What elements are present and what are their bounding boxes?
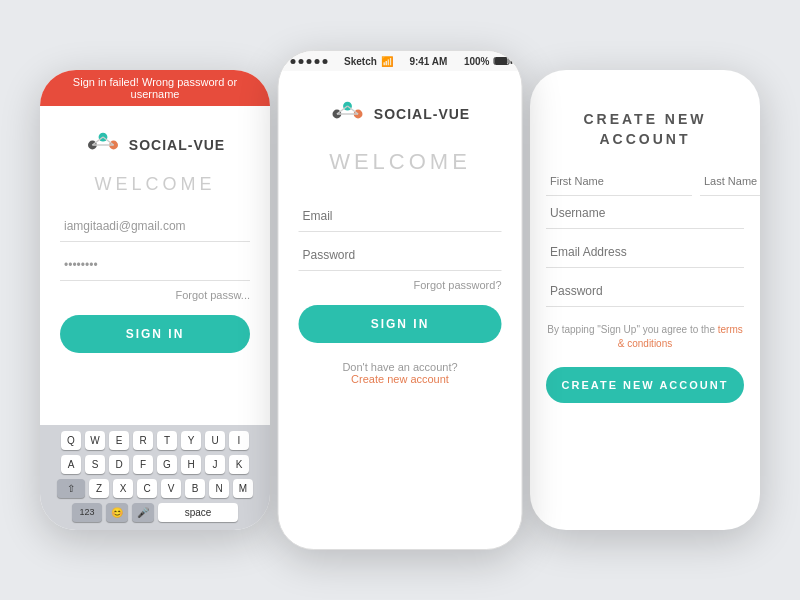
key-t[interactable]: T (157, 431, 177, 450)
key-q[interactable]: Q (61, 431, 81, 450)
status-center: Sketch 📶 (344, 56, 393, 67)
key-space[interactable]: space (158, 503, 238, 522)
forgot-password-left[interactable]: Forgot passw... (175, 289, 250, 301)
error-banner: Sign in failed! Wrong password or userna… (40, 70, 270, 106)
key-d[interactable]: D (109, 455, 129, 474)
sign-in-button-left[interactable]: SIGN IN (60, 315, 250, 353)
username-input[interactable] (546, 198, 744, 229)
key-j[interactable]: J (205, 455, 225, 474)
create-new-account-link[interactable]: Create new account (351, 373, 449, 385)
battery-percent: 100% (464, 56, 490, 67)
phone-center: Sketch 📶 9:41 AM 100% (278, 50, 523, 550)
keyboard: Q W E R T Y U I A S D F G H J K (40, 425, 270, 530)
key-shift[interactable]: ⇧ (57, 479, 85, 498)
dont-have-account-text: Don't have an account? (342, 361, 457, 373)
terms-text: By tapping "Sign Up" you agree to the te… (546, 323, 744, 351)
forgot-password-center[interactable]: Forgot password? (413, 279, 501, 291)
key-x[interactable]: X (113, 479, 133, 498)
wifi-icon: 📶 (381, 56, 393, 67)
sketch-label: Sketch (344, 56, 377, 67)
key-g[interactable]: G (157, 455, 177, 474)
center-logo-text: SOCIAL-VUE (374, 106, 470, 122)
phone-right: CREATE NEW ACCOUNT By tapping "Sign Up" … (530, 70, 760, 530)
key-k[interactable]: K (229, 455, 249, 474)
key-w[interactable]: W (85, 431, 105, 450)
email-input-center[interactable] (299, 201, 502, 232)
key-u[interactable]: U (205, 431, 225, 450)
key-c[interactable]: C (137, 479, 157, 498)
status-bar: Sketch 📶 9:41 AM 100% (279, 51, 522, 71)
signal-dots (291, 59, 328, 64)
password-input-right[interactable] (546, 276, 744, 307)
key-m[interactable]: M (233, 479, 253, 498)
sign-in-button-center[interactable]: SIGN IN (299, 305, 502, 343)
password-input-center[interactable] (299, 240, 502, 271)
time-display: 9:41 AM (409, 56, 447, 67)
key-h[interactable]: H (181, 455, 201, 474)
first-name-input[interactable] (546, 167, 692, 196)
logo-container: SOCIAL-VUE (85, 130, 225, 160)
last-name-input[interactable] (700, 167, 760, 196)
welcome-heading: WELCOME (94, 174, 215, 195)
key-e[interactable]: E (109, 431, 129, 450)
key-f[interactable]: F (133, 455, 153, 474)
name-row (546, 167, 744, 196)
logo-icon (85, 130, 121, 160)
key-a[interactable]: A (61, 455, 81, 474)
create-account-button[interactable]: CREATE NEW ACCOUNT (546, 367, 744, 403)
password-input-left[interactable] (60, 250, 250, 281)
create-account-title: CREATE NEW ACCOUNT (546, 110, 744, 149)
center-welcome: WELCOME (329, 149, 471, 175)
key-r[interactable]: R (133, 431, 153, 450)
key-i[interactable]: I (229, 431, 249, 450)
key-n[interactable]: N (209, 479, 229, 498)
key-b[interactable]: B (185, 479, 205, 498)
phone-left: Sign in failed! Wrong password or userna… (40, 70, 270, 530)
key-v[interactable]: V (161, 479, 181, 498)
key-emoji[interactable]: 😊 (106, 503, 128, 522)
email-input-left[interactable] (60, 211, 250, 242)
key-y[interactable]: Y (181, 431, 201, 450)
battery-icon (494, 57, 510, 65)
key-s[interactable]: S (85, 455, 105, 474)
key-123[interactable]: 123 (72, 503, 102, 522)
key-z[interactable]: Z (89, 479, 109, 498)
battery-area: 100% (464, 56, 510, 67)
logo-text: SOCIAL-VUE (129, 137, 225, 153)
center-logo-container: SOCIAL-VUE (330, 99, 470, 129)
key-mic[interactable]: 🎤 (132, 503, 154, 522)
center-logo-icon (330, 99, 366, 129)
email-input-right[interactable] (546, 237, 744, 268)
